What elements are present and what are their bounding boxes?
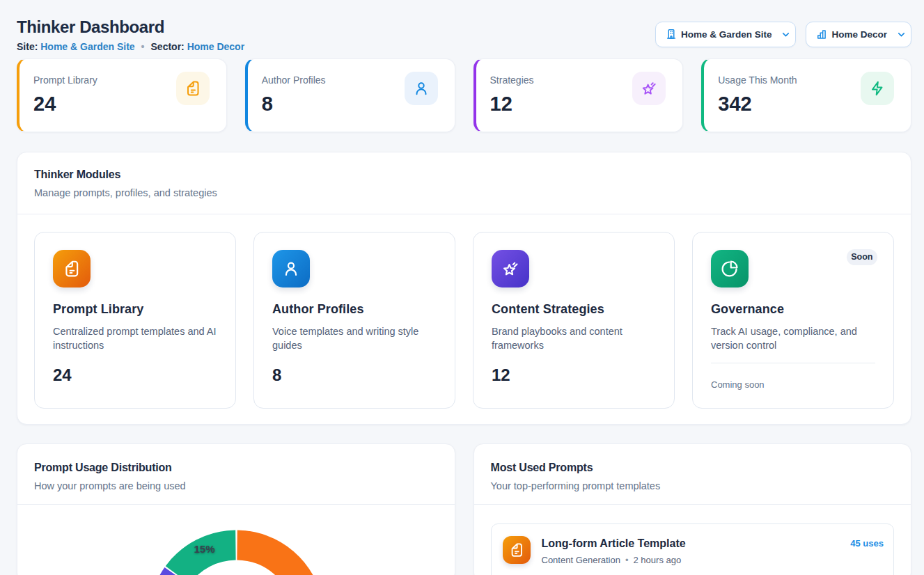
- svg-text:15%: 15%: [194, 543, 214, 555]
